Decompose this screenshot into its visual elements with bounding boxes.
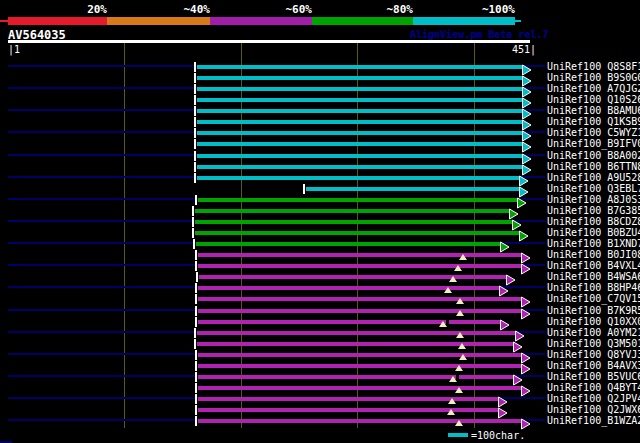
alignment-bar[interactable] [197,154,523,158]
alignment-bar-arrowhead [521,382,531,394]
alignment-bar-arrowhead [521,415,531,427]
alignment-bar[interactable] [197,131,523,135]
query-gap-marker-icon [458,343,466,349]
alignment-bar-arrowhead [500,238,510,250]
alignment-bar-arrowhead [498,404,508,416]
bar-start-marker [192,228,194,238]
alignment-bar-arrowhead [522,138,532,150]
alignment-area: UniRef100_Q8S8F1UniRef100_B9S0G0UniRef10… [0,0,640,443]
alignment-bar[interactable] [197,65,523,69]
alignment-bar-arrowhead [500,316,510,328]
query-gap-marker-icon [455,365,463,371]
alignment-bar-arrowhead [499,282,509,294]
query-gap-marker-icon [444,287,452,293]
bar-start-marker [195,283,197,293]
alignment-bar[interactable] [197,142,523,146]
bar-start-marker [194,173,196,183]
query-gap-marker-icon [459,254,467,260]
alignment-bar[interactable] [198,198,518,202]
query-gap-marker-icon [455,420,463,426]
bar-start-marker [195,394,197,404]
bar-start-marker [195,361,197,371]
alignment-bar[interactable] [196,242,501,246]
legend-scale-label: =100char. [471,430,525,442]
alignment-bar[interactable] [197,76,523,80]
alignment-bar[interactable] [197,176,520,180]
alignment-bar-arrowhead [519,227,529,239]
alignment-bar[interactable] [195,220,513,224]
alignview-screen: 20%~40%~60%~80%~100% AV564035 AlignView.… [0,0,640,443]
alignment-bar[interactable] [198,309,522,313]
alignment-bar-arrowhead [521,260,531,272]
alignment-bar[interactable] [198,364,522,368]
alignment-bar[interactable] [197,98,523,102]
legend-large-gaps: Large gaps: (in Query)/- (in Subject) [8,430,266,443]
alignment-bar[interactable] [195,231,520,235]
bar-start-marker [194,128,196,138]
bar-start-marker [194,328,196,338]
bar-start-marker [195,195,197,205]
bar-start-marker [195,372,197,382]
query-gap-marker-icon [456,310,464,316]
bar-start-marker [193,239,195,249]
alignment-bar[interactable] [198,353,522,357]
subject-gap-marker [456,373,459,381]
query-gap-marker-icon [459,354,467,360]
alignment-bar-arrowhead [521,293,531,305]
query-gap-marker-icon [447,409,455,415]
bar-start-marker [195,416,197,426]
bar-start-marker [195,306,197,316]
legend-scale-swatch [448,433,468,437]
bar-start-marker [196,272,198,282]
bar-start-marker [194,62,196,72]
alignment-bar[interactable] [198,386,522,390]
alignment-bar[interactable] [198,297,522,301]
bar-start-marker [195,317,197,327]
bar-start-marker [194,117,196,127]
subject-gap-marker [446,318,449,326]
ruler-gridline [124,43,125,428]
query-gap-marker-icon [455,387,463,393]
bar-start-marker [195,294,197,304]
hit-label[interactable]: UniRef100_C7QV15 [545,293,640,305]
bar-start-marker [194,162,196,172]
alignment-bar-arrowhead [521,305,531,317]
alignment-bar[interactable] [197,87,523,91]
bar-start-marker [192,217,194,227]
alignment-bar[interactable] [198,419,522,423]
alignment-bar[interactable] [198,264,522,268]
bar-start-marker [194,151,196,161]
alignment-bar[interactable] [197,342,514,346]
bar-start-marker [195,261,197,271]
bar-start-marker [192,206,194,216]
alignment-bar[interactable] [197,331,516,335]
alignment-bar[interactable] [197,165,523,169]
bar-start-marker [194,73,196,83]
bar-start-marker [195,405,197,415]
alignment-bar[interactable] [198,320,501,324]
bar-start-marker [195,383,197,393]
bar-start-marker [194,95,196,105]
query-gap-marker-icon [448,398,456,404]
hit-label[interactable]: UniRef100_B1WZA2 [545,415,640,427]
alignment-bar[interactable] [306,187,520,191]
bar-start-marker [303,184,305,194]
hit-label[interactable]: UniRef100_B9IFV0 [545,138,640,150]
alignment-bar[interactable] [198,375,514,379]
alignment-bar[interactable] [198,286,500,290]
query-gap-marker-icon [454,265,462,271]
alignment-bar[interactable] [195,209,510,213]
bar-start-marker [195,250,197,260]
alignment-bar[interactable] [198,253,522,257]
bar-start-marker [194,339,196,349]
query-gap-marker-icon [456,332,464,338]
bar-start-marker [194,84,196,94]
query-gap-marker-icon [456,298,464,304]
alignment-bar[interactable] [197,120,523,124]
bar-start-marker [194,139,196,149]
bar-start-marker [194,106,196,116]
alignment-bar[interactable] [199,275,507,279]
query-gap-marker-icon [449,276,457,282]
alignment-bar[interactable] [197,109,523,113]
bar-start-marker [195,350,197,360]
